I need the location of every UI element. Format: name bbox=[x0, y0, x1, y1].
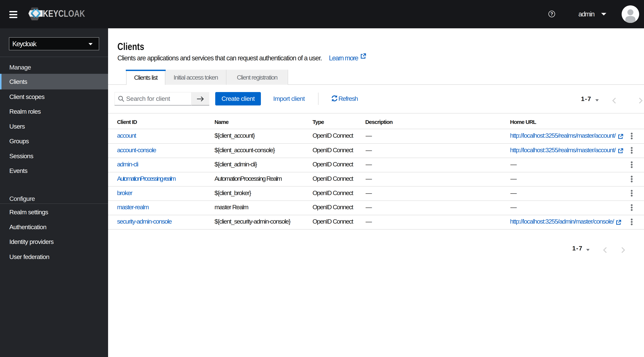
svg-text:?: ? bbox=[550, 11, 553, 16]
svg-text:KEYCLOAK: KEYCLOAK bbox=[43, 8, 85, 19]
svg-text:Clients: Clients bbox=[118, 41, 144, 52]
